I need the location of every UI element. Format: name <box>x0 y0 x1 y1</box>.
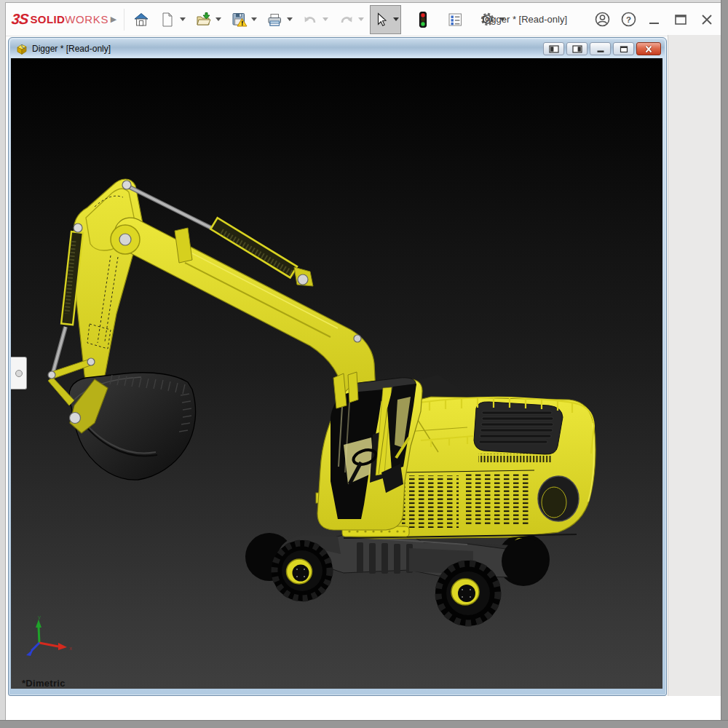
save-icon <box>231 11 248 28</box>
view-orientation-label: *Dimetric <box>22 678 66 689</box>
excavator-model: y x <box>11 58 662 689</box>
screen-edge-bottom <box>0 720 728 728</box>
close-icon <box>700 12 714 27</box>
select-cursor-icon <box>373 12 389 28</box>
screen-edge-right <box>721 0 728 728</box>
document-window-controls <box>543 42 661 55</box>
undo-icon <box>302 12 319 28</box>
select-tool-active <box>370 5 401 34</box>
maximize-button[interactable] <box>672 7 689 32</box>
triad-y-label: y <box>38 614 41 620</box>
side-vents-left <box>402 475 459 528</box>
open-button[interactable] <box>193 7 213 32</box>
dipper-arm <box>74 179 145 391</box>
rear-right-tire <box>502 538 548 585</box>
close-button[interactable] <box>698 7 716 32</box>
redo-dropdown[interactable] <box>356 7 365 32</box>
select-tool-button[interactable] <box>371 7 391 32</box>
pane-right-icon <box>572 45 582 53</box>
undo-button[interactable] <box>300 7 320 32</box>
redo-button[interactable] <box>336 7 356 32</box>
user-account-icon <box>594 11 611 28</box>
print-dropdown[interactable] <box>285 7 294 32</box>
featuremanager-collapsed-tab[interactable] <box>11 357 27 389</box>
workspace-background <box>668 35 722 696</box>
pane-right-toggle-button[interactable] <box>566 42 587 55</box>
window-title: Digger * [Read-only] <box>443 3 606 36</box>
document-minimize-button[interactable] <box>590 42 611 55</box>
home-icon <box>133 12 149 28</box>
new-document-icon <box>159 12 175 28</box>
minimize-button[interactable] <box>646 7 663 32</box>
print-button[interactable] <box>264 7 285 32</box>
pane-left-toggle-button[interactable] <box>543 42 564 55</box>
solidworks-logo: 3S SOLIDWORKS <box>12 3 108 36</box>
titlebar-right-controls: ? <box>593 3 716 36</box>
redo-icon <box>338 12 355 28</box>
help-icon: ? <box>620 11 637 28</box>
solidworks-window: 3S SOLIDWORKS ▶ <box>5 2 723 722</box>
toolbar-expand-chevron-icon[interactable]: ▶ <box>108 13 119 25</box>
main-titlebar: 3S SOLIDWORKS ▶ <box>6 3 722 36</box>
reference-triad: y x <box>26 614 72 656</box>
document-restore-button[interactable] <box>613 42 634 55</box>
document-title: Digger * [Read-only] <box>32 44 111 54</box>
svg-text:?: ? <box>625 15 630 24</box>
part-document-icon <box>16 43 28 55</box>
document-close-button[interactable] <box>636 42 661 55</box>
select-tool-dropdown[interactable] <box>391 7 400 32</box>
new-document-button[interactable] <box>157 7 178 32</box>
save-button[interactable] <box>229 7 249 32</box>
document-restore-icon <box>619 45 629 53</box>
document-close-icon <box>644 45 654 53</box>
rear-left-wheel <box>435 561 501 626</box>
save-dropdown[interactable] <box>249 7 258 32</box>
open-dropdown[interactable] <box>213 7 223 32</box>
side-vents-right <box>466 474 531 525</box>
panel-expand-handle-icon <box>15 370 23 377</box>
home-button[interactable] <box>131 7 151 32</box>
traffic-light-button[interactable] <box>413 7 433 32</box>
pane-left-icon <box>549 45 559 53</box>
front-left-wheel <box>272 540 333 601</box>
help-button[interactable]: ? <box>620 7 637 32</box>
solidworks-logo-solid: SOLID <box>30 13 65 25</box>
screenshot-frame: 3S SOLIDWORKS ▶ <box>0 0 728 728</box>
new-document-dropdown[interactable] <box>178 7 187 32</box>
engine-vent-strip <box>478 454 551 462</box>
undo-dropdown[interactable] <box>320 7 330 32</box>
maximize-icon <box>673 12 688 27</box>
solidworks-logo-works: WORKS <box>65 13 108 25</box>
graphics-viewport[interactable]: y x *Dimetric <box>11 58 662 689</box>
solidworks-logo-mark: 3S <box>11 11 29 28</box>
open-icon <box>195 12 212 28</box>
traffic-light-icon <box>416 11 430 28</box>
document-titlebar[interactable]: Digger * [Read-only] <box>10 39 665 58</box>
triad-x-label: x <box>69 645 72 652</box>
document-minimize-icon <box>596 45 606 53</box>
minimize-icon <box>647 12 662 27</box>
toolbar-separator <box>124 9 124 31</box>
print-icon <box>266 12 283 28</box>
user-account-button[interactable] <box>593 7 611 32</box>
document-window: Digger * [Read-only] <box>8 37 667 696</box>
